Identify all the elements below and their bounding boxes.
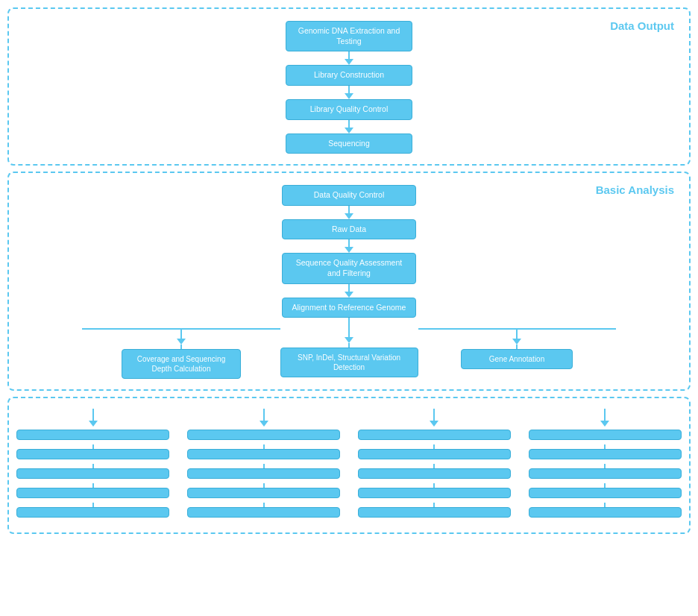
col1-top-conn [89, 409, 98, 427]
col3-item-0 [358, 430, 511, 440]
col2-item-0 [187, 430, 340, 440]
adv-col-3 [358, 409, 511, 522]
branch-left: Coverage and Sequencing Depth Calculatio… [82, 328, 280, 379]
step-alignment: Alignment to Reference Genome [282, 298, 416, 318]
branch-system: Coverage and Sequencing Depth Calculatio… [24, 318, 674, 379]
adv-col-1 [16, 409, 169, 522]
branch-bar: Coverage and Sequencing Depth Calculatio… [82, 328, 615, 379]
col3-item-3 [358, 488, 511, 498]
col4-top-conn [600, 409, 609, 427]
adv-col-2 [187, 409, 340, 522]
col4-item-2 [529, 468, 682, 479]
branch-right: Gene Annotation [418, 328, 616, 369]
conn-b [345, 239, 353, 253]
col4-item-0 [529, 430, 682, 440]
step-genomic-dna: Genomic DNA Extraction and Testing [286, 21, 412, 51]
col1-item-4 [16, 507, 169, 518]
col2-item-4 [187, 507, 340, 518]
section-data-output: Data Output Genomic DNA Extraction and T… [7, 7, 691, 166]
col1-item-1 [16, 449, 169, 459]
connector-2 [345, 86, 353, 99]
step-library-quality: Library Quality Control [286, 99, 412, 120]
col4-item-4 [529, 507, 682, 518]
col2-item-1 [187, 449, 340, 459]
section-basic-analysis: Basic Analysis Data Quality Control Raw … [7, 172, 691, 391]
connector-3 [345, 120, 353, 133]
col4-item-3 [529, 488, 682, 498]
col2-item-3 [187, 488, 340, 498]
col3-top-conn [430, 409, 438, 427]
col1-item-2 [16, 468, 169, 479]
col1-item-3 [16, 488, 169, 498]
conn-c [345, 284, 353, 298]
connector-1 [345, 51, 353, 65]
section-advanced-analysis [7, 397, 691, 534]
col1-item-0 [16, 430, 169, 440]
basic-analysis-label: Basic Analysis [596, 183, 674, 196]
step-library-construction: Library Construction [286, 65, 412, 86]
conn-a [345, 206, 353, 219]
branch-center-stem: SNP, InDel, Structural Variation Detecti… [280, 328, 418, 377]
col2-item-2 [187, 468, 340, 479]
col4-item-1 [529, 449, 682, 459]
branch-coverage: Coverage and Sequencing Depth Calculatio… [122, 349, 241, 379]
col2-top-conn [260, 409, 268, 427]
gene-annotation-row: Gene Annotation [461, 349, 573, 369]
step-seq-quality: Sequence Quality Assessment and Filterin… [282, 253, 416, 283]
step-data-qc: Data Quality Control [282, 185, 416, 206]
data-output-content: Genomic DNA Extraction and Testing Libra… [9, 9, 689, 164]
adv-col-4 [529, 409, 682, 522]
col3-item-2 [358, 468, 511, 479]
advanced-analysis-content [9, 398, 689, 532]
basic-analysis-content: Data Quality Control Raw Data Sequence Q… [9, 173, 689, 389]
step-raw-data: Raw Data [282, 219, 416, 240]
data-output-label: Data Output [610, 19, 674, 32]
col3-item-4 [358, 507, 511, 518]
col3-item-1 [358, 449, 511, 459]
advanced-columns [16, 409, 682, 522]
step-sequencing: Sequencing [286, 133, 412, 154]
branch-gene: Gene Annotation [461, 349, 573, 369]
branch-snp: SNP, InDel, Structural Variation Detecti… [280, 348, 418, 377]
